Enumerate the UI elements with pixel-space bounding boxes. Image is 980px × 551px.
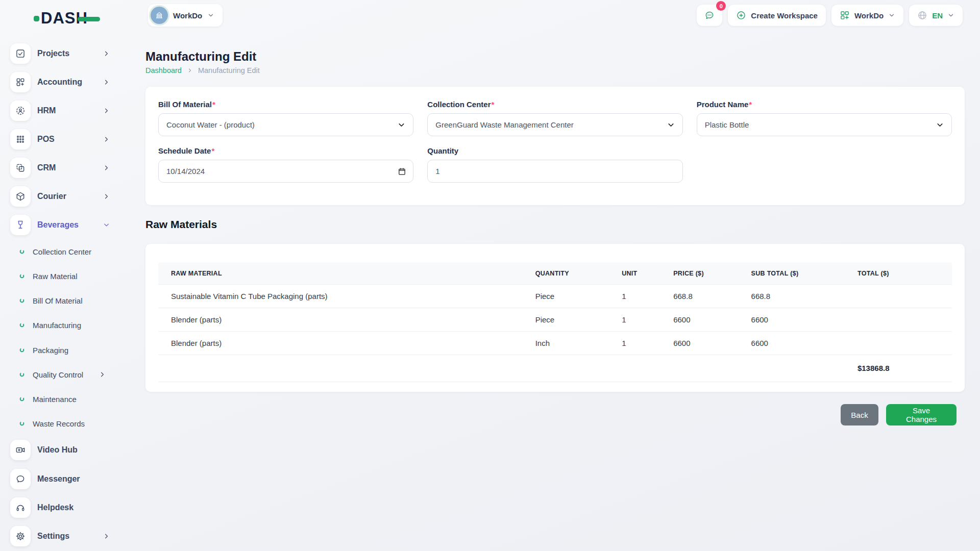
create-workspace-button[interactable]: Create Workspace	[728, 5, 826, 26]
sidebar-item-hrm[interactable]: HRM	[0, 96, 128, 125]
cell-price: 668.8	[673, 284, 751, 308]
collection-center-select[interactable]: GreenGuard Waste Management Center	[427, 113, 682, 136]
sidebar-subitem-packaging[interactable]: Packaging	[0, 338, 128, 362]
chevron-down-icon	[397, 120, 406, 129]
sidebar-subitem-collection-center[interactable]: Collection Center	[0, 239, 128, 264]
chevron-right-icon	[103, 193, 110, 201]
cell-price: 6600	[673, 331, 751, 355]
column-header: SUB TOTAL ($)	[751, 263, 857, 284]
field-schedule-date: Schedule Date* 10/14/2024	[158, 146, 413, 183]
sidebar-item-label: Settings	[37, 532, 69, 541]
chevron-right-icon	[103, 136, 110, 143]
sidebar-item-settings[interactable]: Settings	[0, 522, 128, 550]
chat-bubble-icon	[10, 469, 31, 489]
field-label: Product Name*	[697, 100, 952, 109]
field-product-name: Product Name* Plastic Bottle	[697, 100, 952, 136]
form-actions: Back Save Changes	[841, 404, 957, 425]
schedule-date-input[interactable]: 10/14/2024	[158, 160, 413, 183]
accounting-icon	[10, 72, 31, 92]
messages-button[interactable]: 0	[697, 5, 722, 26]
sidebar-subitem-maintenance[interactable]: Maintenance	[0, 387, 128, 411]
grid-plus-icon	[840, 10, 850, 20]
bullet-icon	[19, 298, 24, 303]
sidebar-subitem-waste-records[interactable]: Waste Records	[0, 411, 128, 436]
sidebar-subitem-label: Manufacturing	[33, 321, 81, 330]
bullet-icon	[19, 273, 24, 279]
required-marker: *	[492, 100, 495, 109]
field-label: Bill Of Material*	[158, 100, 413, 109]
sidebar-item-pos[interactable]: POS	[0, 125, 128, 154]
column-header: RAW MATERIAL	[158, 263, 535, 284]
quantity-input[interactable]	[427, 160, 682, 183]
sidebar-item-courier[interactable]: Courier	[0, 182, 128, 211]
app-logo[interactable]: DASH	[34, 9, 100, 28]
sidebar-item-projects[interactable]: Projects	[0, 39, 128, 68]
table-row: Blender (parts) Piece 1 6600 6600	[158, 308, 952, 331]
chevron-down-icon	[103, 221, 110, 229]
wine-glass-icon	[10, 215, 31, 235]
save-changes-button[interactable]: Save Changes	[886, 404, 957, 425]
chevron-right-icon	[103, 50, 110, 58]
sidebar-item-messenger[interactable]: Messenger	[0, 465, 128, 493]
sidebar-item-beverages[interactable]: Beverages	[0, 211, 128, 239]
sidebar-item-accounting[interactable]: Accounting	[0, 68, 128, 96]
back-button[interactable]: Back	[841, 404, 878, 425]
cell-price: 6600	[673, 308, 751, 331]
chevron-right-icon	[103, 164, 110, 172]
cell-raw-material: Blender (parts)	[158, 331, 535, 355]
headphones-icon	[10, 497, 31, 518]
table-row: Blender (parts) Inch 1 6600 6600	[158, 331, 952, 355]
field-label: Quantity	[427, 146, 682, 155]
sidebar-item-label: POS	[37, 135, 55, 144]
language-selector[interactable]: EN	[909, 5, 963, 26]
sidebar-item-video-hub[interactable]: Video Hub	[0, 436, 128, 464]
sidebar-item-label: Courier	[37, 192, 66, 201]
bill-of-material-select[interactable]: Coconut Water - (product)	[158, 113, 413, 136]
field-label: Schedule Date*	[158, 146, 413, 155]
selected-value: Coconut Water - (product)	[166, 120, 255, 129]
column-header: QUANTITY	[535, 263, 622, 284]
chevron-down-icon	[888, 12, 895, 19]
sidebar-item-helpdesk[interactable]: Helpdesk	[0, 493, 128, 522]
cell-quantity: Piece	[535, 308, 622, 331]
product-name-select[interactable]: Plastic Bottle	[697, 113, 952, 136]
chevron-right-icon	[103, 79, 110, 86]
selected-value: GreenGuard Waste Management Center	[435, 120, 573, 129]
workspace-name: WorkDo	[173, 11, 202, 20]
breadcrumb-dashboard-link[interactable]: Dashboard	[145, 66, 182, 74]
video-camera-icon	[10, 440, 31, 460]
plus-circle-icon	[736, 10, 746, 20]
header-actions: 0 Create Workspace WorkDo EN	[697, 5, 963, 26]
chevron-down-icon	[207, 12, 214, 19]
projects-icon	[10, 43, 31, 64]
sidebar-subitem-quality-control[interactable]: Quality Control	[0, 362, 128, 387]
globe-icon	[917, 10, 927, 20]
pos-icon	[10, 129, 31, 149]
workspace-selector[interactable]: WorkDo	[148, 4, 223, 27]
crm-icon	[10, 158, 31, 178]
calendar-icon	[398, 167, 406, 176]
sidebar-item-label: HRM	[37, 106, 56, 115]
logo-dot	[34, 16, 39, 21]
sidebar-item-label: CRM	[37, 163, 56, 172]
raw-materials-section-title: Raw Materials	[145, 218, 217, 231]
table-total-row: $13868.8	[158, 355, 952, 382]
field-bill-of-material: Bill Of Material* Coconut Water - (produ…	[158, 100, 413, 136]
bullet-icon	[19, 421, 24, 426]
app-switcher-button[interactable]: WorkDo	[831, 5, 903, 26]
sidebar-subitem-label: Packaging	[33, 346, 68, 355]
sidebar-subitem-raw-material[interactable]: Raw Material	[0, 264, 128, 288]
cell-unit: 1	[622, 331, 673, 355]
field-collection-center: Collection Center* GreenGuard Waste Mana…	[427, 100, 682, 136]
sidebar-subitem-label: Collection Center	[33, 247, 91, 256]
sidebar-subitem-bill-of-material[interactable]: Bill Of Material	[0, 288, 128, 313]
cell-total	[857, 284, 952, 308]
sidebar-item-crm[interactable]: CRM	[0, 154, 128, 182]
sidebar-item-label: Beverages	[37, 220, 79, 230]
language-code: EN	[932, 11, 943, 20]
manufacturing-form-card: Bill Of Material* Coconut Water - (produ…	[145, 87, 965, 205]
sidebar-subitem-manufacturing[interactable]: Manufacturing	[0, 313, 128, 337]
table-header-row: RAW MATERIAL QUANTITY UNIT PRICE ($) SUB…	[158, 263, 952, 284]
cell-sub-total: 668.8	[751, 284, 857, 308]
cell-raw-material: Blender (parts)	[158, 308, 535, 331]
